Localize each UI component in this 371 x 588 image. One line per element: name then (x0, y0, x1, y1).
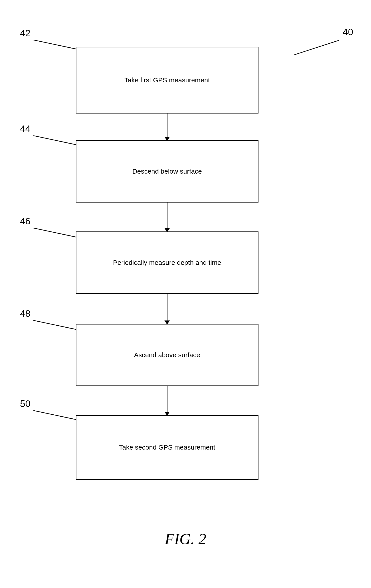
ref-line-48 (33, 320, 82, 331)
arrow-line (167, 386, 168, 412)
ref-label-42: 42 (20, 28, 31, 39)
ref-label-46: 46 (20, 216, 31, 227)
step-2-text: Descend below surface (132, 168, 202, 175)
arrow-line (167, 114, 168, 137)
ref-line-50 (33, 410, 82, 421)
ref-label-44: 44 (20, 124, 31, 134)
figure-caption: FIG. 2 (165, 530, 206, 548)
arrow-line (167, 202, 168, 228)
flowchart-step-4: Ascend above surface (76, 324, 259, 386)
step-5-text: Take second GPS measurement (119, 443, 215, 451)
flowchart-step-3: Periodically measure depth and time (76, 231, 259, 294)
ref-line-42 (33, 40, 82, 51)
ref-label-50: 50 (20, 398, 31, 409)
flowchart-step-5: Take second GPS measurement (76, 415, 259, 480)
ref-line-40 (294, 40, 339, 55)
arrow-line (167, 294, 168, 320)
ref-label-40: 40 (343, 27, 353, 37)
ref-label-48: 48 (20, 308, 31, 319)
flowchart-step-1: Take first GPS measurement (76, 47, 259, 114)
step-3-text: Periodically measure depth and time (113, 259, 221, 266)
ref-line-46 (33, 228, 82, 239)
step-4-text: Ascend above surface (134, 351, 200, 359)
ref-line-44 (33, 135, 82, 146)
flowchart-step-2: Descend below surface (76, 140, 259, 202)
step-1-text: Take first GPS measurement (124, 76, 210, 84)
